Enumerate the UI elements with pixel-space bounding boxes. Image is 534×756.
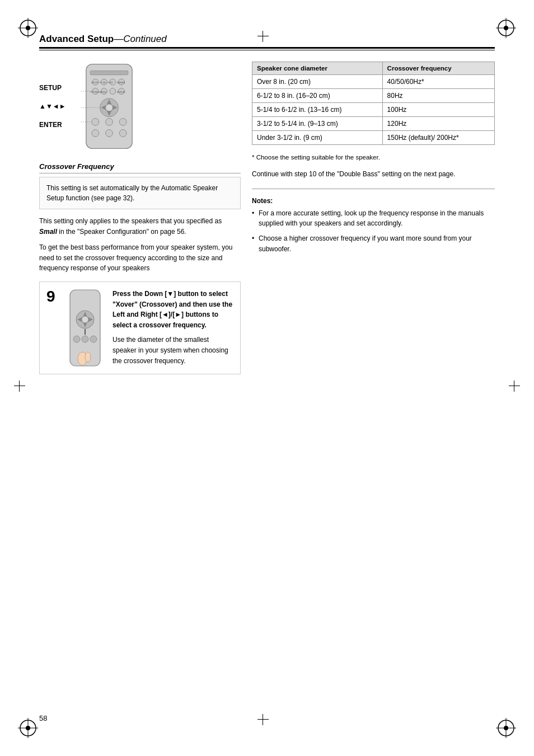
svg-point-59 bbox=[85, 352, 91, 362]
setup-label: SETUP bbox=[39, 84, 66, 92]
svg-point-56 bbox=[82, 336, 88, 342]
svg-point-31 bbox=[105, 104, 113, 111]
svg-point-15 bbox=[504, 726, 508, 730]
svg-text:PC SEL: PC SEL bbox=[99, 82, 106, 84]
table-row: Over 8 in. (20 cm)40/50/60Hz* bbox=[252, 75, 495, 89]
table-cell-diameter: Under 3-1/2 in. (9 cm) bbox=[252, 131, 383, 145]
svg-point-3 bbox=[26, 26, 30, 30]
notes-section: Notes: For a more accurate setting, look… bbox=[252, 197, 495, 254]
table-cell-frequency: 100Hz bbox=[382, 103, 494, 117]
svg-text:DISPLAY: DISPLAY bbox=[116, 91, 125, 93]
header-line-thin bbox=[39, 50, 495, 50]
svg-point-32 bbox=[91, 118, 99, 125]
table-row: Under 3-1/2 in. (9 cm)150Hz (default)/ 2… bbox=[252, 131, 495, 145]
crosshair-top-center bbox=[257, 31, 269, 42]
step-9-instruction-normal: Use the diameter of the smallest speaker… bbox=[113, 335, 233, 366]
step-9-instruction-bold: Press the Down [▼] button to select "Xov… bbox=[113, 290, 232, 329]
main-content: SETUP ▲▼◄► ENTER bbox=[39, 62, 495, 374]
table-cell-diameter: 5-1/4 to 6-1/2 in. (13–16 cm) bbox=[252, 103, 383, 117]
corner-mark-bl bbox=[17, 717, 39, 739]
step-9-remote-image bbox=[65, 289, 105, 367]
svg-text:DIMMER: DIMMER bbox=[116, 82, 125, 84]
svg-point-11 bbox=[26, 726, 30, 730]
svg-point-55 bbox=[73, 336, 80, 342]
svg-point-33 bbox=[105, 118, 113, 125]
table-cell-frequency: 80Hz bbox=[382, 89, 494, 103]
step-9-area: 9 bbox=[39, 281, 241, 374]
table-cell-diameter: 6-1/2 to 8 in. (16–20 cm) bbox=[252, 89, 383, 103]
svg-point-7 bbox=[504, 26, 508, 30]
small-label: Small bbox=[39, 228, 57, 236]
svg-text:TEST: TEST bbox=[107, 82, 113, 84]
table-footnote: * Choose the setting suitable for the sp… bbox=[252, 153, 495, 162]
page: Advanced Setup—Continued SETUP ▲▼◄► ENTE… bbox=[0, 0, 534, 756]
notes-title: Notes: bbox=[252, 197, 495, 205]
right-column: Speaker cone diameter Crossover frequenc… bbox=[252, 62, 495, 374]
body-text-2: To get the best bass performance from yo… bbox=[39, 242, 241, 274]
info-box: This setting is set automatically by the… bbox=[39, 177, 241, 209]
divider bbox=[252, 189, 495, 189]
notes-list-item: For a more accurate setting, look up the… bbox=[252, 208, 495, 229]
crosshair-mid-left bbox=[14, 381, 25, 392]
info-box-text: This setting is set automatically by the… bbox=[46, 184, 218, 202]
corner-mark-br bbox=[495, 717, 517, 739]
table-cell-frequency: 40/50/60Hz* bbox=[382, 75, 494, 89]
crosshair-mid-right bbox=[509, 381, 520, 392]
page-number: 58 bbox=[39, 714, 47, 722]
svg-point-35 bbox=[91, 130, 99, 137]
svg-point-24 bbox=[109, 88, 115, 95]
crosshair-bottom-center bbox=[257, 714, 269, 725]
table-cell-diameter: 3-1/2 to 5-1/4 in. (9–13 cm) bbox=[252, 117, 383, 131]
crossover-section-title: Crossover Frequency bbox=[39, 162, 241, 173]
table-row: 3-1/2 to 5-1/4 in. (9–13 cm)120Hz bbox=[252, 117, 495, 131]
corner-mark-tr bbox=[495, 17, 517, 39]
header-line-thick bbox=[39, 47, 495, 49]
continue-text: Continue with step 10 of the "Double Bas… bbox=[252, 169, 495, 180]
table-header-diameter: Speaker cone diameter bbox=[252, 62, 383, 75]
remote-diagram: SETUP ▲▼◄► ENTER bbox=[39, 62, 241, 151]
svg-rect-17 bbox=[90, 71, 128, 74]
table-row: 6-1/2 to 8 in. (16–20 cm)80Hz bbox=[252, 89, 495, 103]
table-cell-frequency: 150Hz (default)/ 200Hz* bbox=[382, 131, 494, 145]
svg-point-36 bbox=[105, 130, 113, 137]
remote-control-image: SETUP PC SEL TEST DIMMER TOP MENU MENU D… bbox=[73, 62, 146, 151]
table-cell-diameter: Over 8 in. (20 cm) bbox=[252, 75, 383, 89]
svg-point-57 bbox=[90, 336, 97, 342]
step-9-number: 9 bbox=[46, 289, 58, 304]
frequency-table: Speaker cone diameter Crossover frequenc… bbox=[252, 62, 495, 145]
body-text-1: This setting only applies to the speaker… bbox=[39, 216, 241, 237]
table-cell-frequency: 120Hz bbox=[382, 117, 494, 131]
svg-point-34 bbox=[119, 118, 127, 125]
enter-label: ENTER bbox=[39, 121, 66, 129]
table-header-frequency: Crossover frequency bbox=[382, 62, 494, 75]
svg-point-37 bbox=[119, 130, 127, 137]
notes-list-item: Choose a higher crossover frequency if y… bbox=[252, 233, 495, 254]
remote-labels: SETUP ▲▼◄► ENTER bbox=[39, 62, 66, 134]
table-row: 5-1/4 to 6-1/2 in. (13–16 cm)100Hz bbox=[252, 103, 495, 117]
step-9-text: Press the Down [▼] button to select "Xov… bbox=[113, 289, 233, 366]
svg-point-54 bbox=[82, 316, 88, 323]
notes-list: For a more accurate setting, look up the… bbox=[252, 208, 495, 254]
nav-label: ▲▼◄► bbox=[39, 102, 66, 110]
svg-text:MENU: MENU bbox=[100, 91, 106, 93]
left-column: SETUP ▲▼◄► ENTER bbox=[39, 62, 241, 374]
svg-text:SETUP: SETUP bbox=[91, 82, 99, 84]
corner-mark-tl bbox=[17, 17, 39, 39]
